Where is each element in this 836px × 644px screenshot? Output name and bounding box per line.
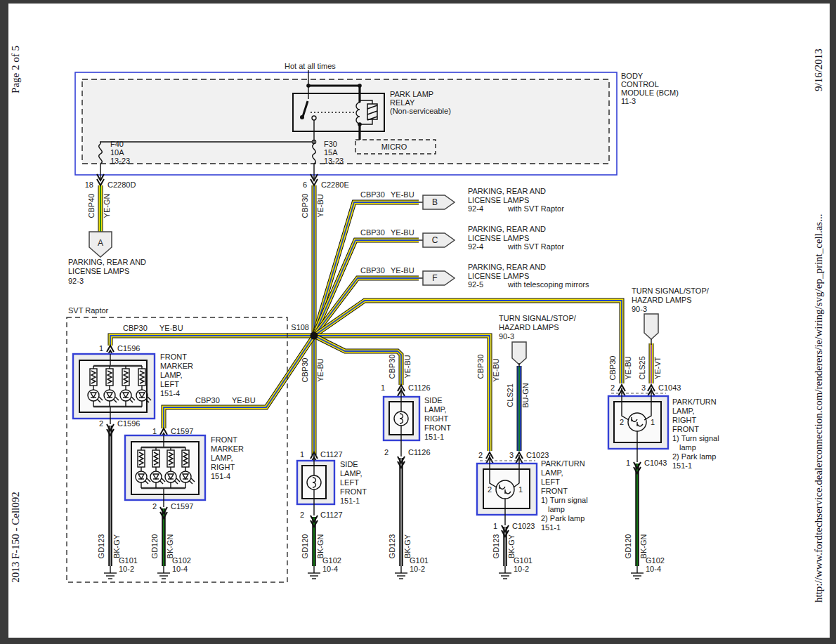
svg-text:C1126: C1126 <box>408 383 431 392</box>
svg-text:CBP30: CBP30 <box>195 396 220 405</box>
svg-text:PARKING, REAR AND: PARKING, REAR AND <box>68 258 146 266</box>
bcm-label: BODY <box>621 72 644 80</box>
svg-text:GD123: GD123 <box>388 534 396 559</box>
svg-text:F: F <box>432 273 437 283</box>
svg-text:C1597: C1597 <box>171 502 193 511</box>
svg-text:G102: G102 <box>172 556 191 565</box>
svg-text:A: A <box>98 238 103 248</box>
svg-text:YE-GN: YE-GN <box>103 194 111 218</box>
svg-text:1: 1 <box>493 522 497 530</box>
svg-text:RIGHT: RIGHT <box>424 414 449 423</box>
svg-text:LAMP,: LAMP, <box>424 405 447 414</box>
svg-text:PARK/TURN: PARK/TURN <box>541 459 585 468</box>
svg-text:F30: F30 <box>324 140 337 148</box>
svg-text:1: 1 <box>381 383 385 392</box>
svg-text:G101: G101 <box>514 556 533 565</box>
svg-text:6: 6 <box>303 180 307 189</box>
svg-text:LAMP,: LAMP, <box>672 407 695 415</box>
svg-text:PARKING, REAR AND: PARKING, REAR AND <box>468 263 546 271</box>
svg-text:13-23: 13-23 <box>110 157 130 165</box>
svg-text:CBP30: CBP30 <box>301 358 309 383</box>
svg-text:GD120: GD120 <box>150 534 159 559</box>
svg-text:LEFT: LEFT <box>541 478 560 486</box>
svg-text:C1596: C1596 <box>117 344 140 353</box>
svg-text:10-2: 10-2 <box>410 565 425 573</box>
svg-text:FRONT: FRONT <box>340 487 367 496</box>
svg-text:2: 2 <box>384 448 388 456</box>
svg-text:LAMP,: LAMP, <box>541 468 563 477</box>
turn-feed-connector-left <box>512 342 526 364</box>
svg-text:92-4: 92-4 <box>468 242 483 251</box>
svg-text:FRONT: FRONT <box>424 423 451 432</box>
svg-text:LICENSE LAMPS: LICENSE LAMPS <box>468 234 529 242</box>
svg-text:BK-GN: BK-GN <box>639 534 648 559</box>
svg-text:151-4: 151-4 <box>160 389 180 397</box>
svg-text:15A: 15A <box>324 148 338 157</box>
svg-text:RIGHT: RIGHT <box>211 463 235 471</box>
svg-text:10-4: 10-4 <box>322 565 338 573</box>
svg-text:90-3: 90-3 <box>499 332 514 341</box>
svg-text:LICENSE LAMPS: LICENSE LAMPS <box>68 267 129 275</box>
svg-text:CBP30: CBP30 <box>123 324 148 332</box>
svg-text:lamp: lamp <box>679 443 696 452</box>
side-lamp-right-front: CBP30 YE-BU 1 C1126 SIDE LAMP, RIGHT FRO… <box>381 355 451 468</box>
svg-text:151-1: 151-1 <box>541 523 561 532</box>
svg-text:FRONT: FRONT <box>211 435 237 444</box>
feed-color-label: YE-BU <box>316 194 325 218</box>
svt-raptor-label: SVT Raptor <box>68 306 109 315</box>
svg-text:C2280E: C2280E <box>321 180 349 189</box>
svg-text:92-5: 92-5 <box>468 280 483 289</box>
ground-g101-fml: GD123 BK-GY G101 10-2 <box>97 534 138 579</box>
svg-text:1: 1 <box>152 427 157 435</box>
svg-text:FRONT: FRONT <box>541 487 568 495</box>
page-indicator: Page 2 of 5 <box>10 46 21 93</box>
svg-text:C1043: C1043 <box>658 383 681 392</box>
screenshot-frame: Page 2 of 5 2013 F-150 - Cell092 http://… <box>0 0 836 644</box>
svg-text:CBP30: CBP30 <box>608 356 617 381</box>
park-turn-lamp-right-front: TURN SIGNAL/STOP/ HAZARD LAMPS 90-3 CBP3… <box>608 287 719 473</box>
svg-text:LAMP,: LAMP, <box>340 469 363 478</box>
svg-text:90-3: 90-3 <box>632 305 647 313</box>
svg-text:GD120: GD120 <box>301 534 309 559</box>
svg-text:1: 1 <box>300 450 304 459</box>
svg-text:MARKER: MARKER <box>160 362 193 370</box>
svg-text:TURN SIGNAL/STOP/: TURN SIGNAL/STOP/ <box>499 314 577 322</box>
svg-text:C1127: C1127 <box>320 511 343 519</box>
svg-text:2: 2 <box>478 451 483 459</box>
svg-text:HAZARD LAMPS: HAZARD LAMPS <box>499 323 559 331</box>
svg-text:CBP30: CBP30 <box>360 228 385 237</box>
relay-label: PARK LAMP <box>390 90 433 98</box>
svg-text:SIDE: SIDE <box>424 396 443 405</box>
svg-text:YE-BU: YE-BU <box>391 190 414 199</box>
svg-text:C1126: C1126 <box>408 448 431 456</box>
svg-text:C2280D: C2280D <box>107 180 136 189</box>
svg-text:2: 2 <box>152 502 157 511</box>
svg-text:10-2: 10-2 <box>119 565 134 573</box>
svg-text:PARKING, REAR AND: PARKING, REAR AND <box>468 187 546 195</box>
svg-text:with SVT Raptor: with SVT Raptor <box>507 242 564 251</box>
svg-text:10A: 10A <box>110 148 124 157</box>
svg-text:10-4: 10-4 <box>646 565 661 573</box>
svg-text:G102: G102 <box>646 556 665 565</box>
svg-text:3: 3 <box>641 383 646 392</box>
svg-text:10-4: 10-4 <box>172 565 188 573</box>
svg-text:with SVT Raptor: with SVT Raptor <box>507 204 564 213</box>
svg-text:151-1: 151-1 <box>424 433 444 441</box>
document-title: 2013 F-150 - Cell092 <box>10 492 21 583</box>
svg-text:3: 3 <box>509 451 514 459</box>
svg-text:LICENSE LAMPS: LICENSE LAMPS <box>468 196 529 204</box>
print-date: 9/16/2013 <box>813 48 824 91</box>
svg-text:92-3: 92-3 <box>68 277 84 285</box>
svg-text:BU-GN: BU-GN <box>521 383 530 408</box>
svg-text:151-1: 151-1 <box>672 461 692 470</box>
svg-text:YE-BU: YE-BU <box>232 396 256 405</box>
svg-text:C1023: C1023 <box>512 522 535 530</box>
svg-text:YE-BU: YE-BU <box>316 358 325 382</box>
svg-text:G101: G101 <box>410 556 429 565</box>
bcm-module: Hot at all times BODY CONTROL MODULE (BC… <box>75 62 679 181</box>
svg-text:1: 1 <box>99 344 103 353</box>
svg-text:BK-GY: BK-GY <box>507 534 516 558</box>
svg-text:CLS21: CLS21 <box>506 383 514 407</box>
svg-text:GD123: GD123 <box>492 534 500 559</box>
svg-text:LICENSE LAMPS: LICENSE LAMPS <box>468 272 529 280</box>
